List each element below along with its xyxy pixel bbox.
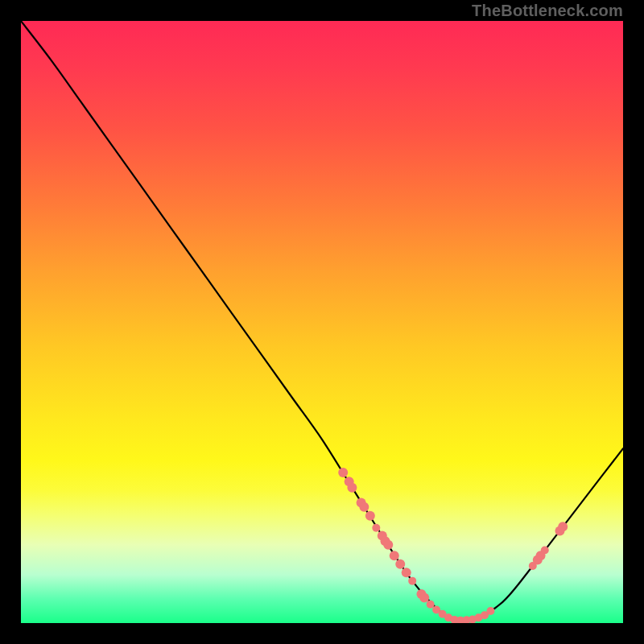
watermark-text: TheBottleneck.com [472, 2, 623, 20]
chart-area [21, 21, 623, 623]
gradient-background [21, 21, 623, 623]
